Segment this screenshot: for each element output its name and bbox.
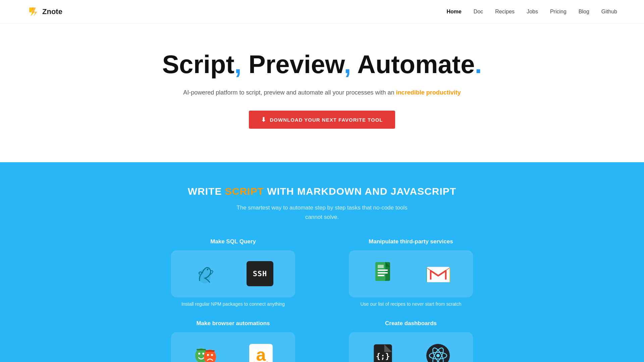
- hero-section: Script, Preview, Automate. AI-powered pl…: [0, 23, 644, 162]
- logo-text: Znote: [42, 7, 62, 16]
- svg-point-17: [207, 354, 209, 356]
- hero-title-preview: Preview: [249, 50, 344, 78]
- cta-download-button[interactable]: ⬇ DOWNLOAD YOUR NEXT FAVORITE TOOL: [249, 111, 395, 129]
- section-subtext: The smartest way to automate step by ste…: [228, 203, 416, 221]
- gmail-icon: [426, 264, 451, 284]
- logo-link[interactable]: Znote: [27, 6, 62, 18]
- feature-browser: Make browser automations: [154, 320, 312, 362]
- navbar: Znote Home Doc Recipes Jobs Pricing Blog…: [0, 0, 644, 23]
- nav-links: Home Doc Recipes Jobs Pricing Blog Githu…: [446, 9, 617, 15]
- nav-pricing[interactable]: Pricing: [550, 9, 567, 14]
- nav-doc[interactable]: Doc: [474, 9, 483, 14]
- nav-home[interactable]: Home: [446, 9, 461, 14]
- ssh-icon: SSH: [247, 261, 273, 286]
- hero-subtitle: AI-powered platform to script, preview a…: [13, 88, 631, 98]
- svg-rect-10: [378, 265, 384, 268]
- json-icon: {;}: [372, 343, 394, 362]
- hero-title-script: Script: [162, 50, 234, 78]
- feature-thirdparty: Manipulate third-party services: [332, 238, 490, 307]
- section-heading-script: SCRIPT: [225, 186, 264, 197]
- svg-rect-19: [205, 350, 215, 352]
- download-icon: ⬇: [261, 116, 266, 123]
- svg-point-18: [211, 354, 213, 356]
- nav-blog[interactable]: Blog: [579, 9, 589, 14]
- feature-dashboards-card: {;}: [349, 332, 473, 362]
- svg-point-3: [207, 268, 209, 270]
- feature-grid: Make SQL Query SSH Install regular NPM p…: [154, 238, 490, 362]
- feature-sql-card: SSH: [171, 250, 295, 297]
- logo-icon: [27, 6, 39, 18]
- svg-rect-15: [197, 349, 206, 350]
- features-section: WRITE SCRIPT WITH MARKDOWN AND JAVASCRIP…: [0, 162, 644, 362]
- svg-rect-9: [378, 275, 384, 276]
- hero-subtitle-highlight: incredible productivity: [396, 89, 461, 96]
- hero-title-automate: Automate: [357, 50, 475, 78]
- nav-jobs[interactable]: Jobs: [527, 9, 538, 14]
- feature-sql-desc: Install regular NPM packages to connect …: [181, 301, 285, 307]
- cta-label: DOWNLOAD YOUR NEXT FAVORITE TOOL: [270, 117, 383, 123]
- svg-point-26: [436, 354, 440, 357]
- sheets-icon: [371, 262, 394, 286]
- svg-point-14: [202, 353, 204, 355]
- mysql-icon: [193, 262, 216, 286]
- hero-subtitle-plain: AI-powered platform to script, preview a…: [183, 89, 396, 96]
- section-heading-rest: WITH MARKDOWN AND JAVASCRIPT: [264, 186, 456, 197]
- feature-thirdparty-label: Manipulate third-party services: [369, 238, 453, 245]
- feature-sql: Make SQL Query SSH Install regular NPM p…: [154, 238, 312, 307]
- feature-thirdparty-card: [349, 250, 473, 297]
- svg-rect-8: [378, 272, 388, 274]
- feature-thirdparty-desc: Use our list of recipes to never start f…: [360, 301, 461, 307]
- svg-text:a: a: [256, 345, 266, 362]
- react-icon: [426, 344, 450, 362]
- svg-point-13: [198, 353, 200, 355]
- hero-title: Script, Preview, Automate.: [13, 50, 631, 78]
- feature-browser-card: a: [171, 332, 295, 362]
- svg-marker-1: [32, 7, 37, 16]
- section-heading-plain: WRITE: [188, 186, 225, 197]
- theater-icon: [194, 344, 217, 362]
- section-heading: WRITE SCRIPT WITH MARKDOWN AND JAVASCRIP…: [13, 186, 631, 197]
- nav-github[interactable]: Github: [601, 9, 617, 14]
- feature-dashboards-label: Create dashboards: [385, 320, 437, 327]
- svg-rect-7: [378, 269, 388, 271]
- feature-dashboards: Create dashboards {;}: [332, 320, 490, 362]
- svg-text:{;}: {;}: [376, 352, 390, 361]
- feature-browser-label: Make browser automations: [196, 320, 270, 327]
- amazon-icon: a: [249, 344, 273, 362]
- feature-sql-label: Make SQL Query: [210, 238, 256, 245]
- nav-recipes[interactable]: Recipes: [495, 9, 515, 14]
